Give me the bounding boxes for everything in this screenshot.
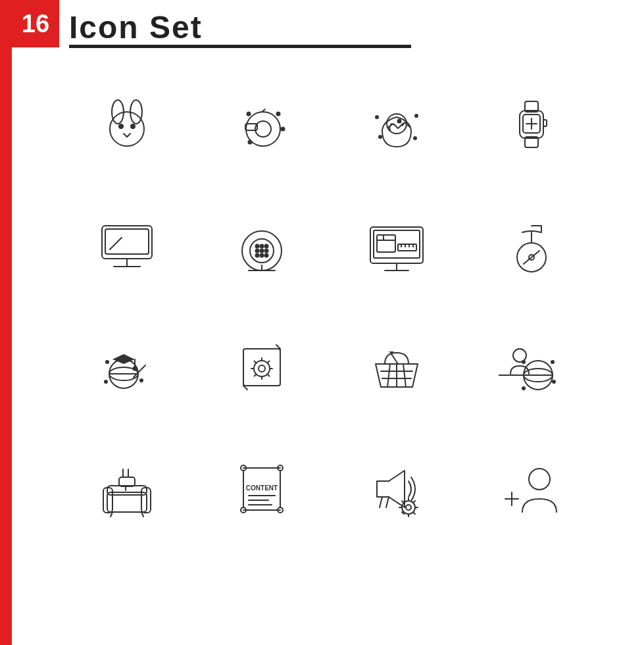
svg-point-16 <box>397 119 401 122</box>
svg-line-62 <box>532 251 539 257</box>
icon-plug-sofa <box>59 428 194 550</box>
svg-rect-50 <box>377 235 395 252</box>
svg-point-14 <box>248 140 251 143</box>
svg-point-74 <box>140 379 143 382</box>
svg-rect-29 <box>105 229 149 254</box>
icon-add-person <box>464 428 599 550</box>
svg-point-35 <box>255 244 259 247</box>
icon-chick <box>329 63 464 184</box>
title-underline <box>69 45 411 48</box>
svg-line-61 <box>524 257 532 264</box>
svg-text:CONTENT: CONTENT <box>245 484 277 492</box>
svg-rect-76 <box>243 349 280 386</box>
svg-point-36 <box>260 244 263 247</box>
svg-line-83 <box>254 361 256 363</box>
svg-point-70 <box>133 367 136 370</box>
icon-unicycle <box>464 184 599 306</box>
svg-point-104 <box>553 380 555 383</box>
svg-point-3 <box>119 124 123 128</box>
svg-point-102 <box>522 361 525 363</box>
svg-rect-27 <box>543 120 547 126</box>
icon-monitor <box>59 184 194 306</box>
icon-whistle <box>194 63 329 184</box>
svg-point-78 <box>259 365 265 372</box>
svg-point-18 <box>415 115 418 117</box>
svg-point-0 <box>110 112 144 146</box>
page-title: Icon Set <box>69 9 203 45</box>
issue-number: 16 <box>12 0 59 47</box>
svg-line-96 <box>391 354 398 364</box>
icon-smartwatch <box>464 63 599 184</box>
svg-point-1 <box>112 100 124 124</box>
icon-circle-dots <box>194 184 329 306</box>
icon-rabbit <box>59 63 194 184</box>
svg-point-38 <box>255 249 259 252</box>
svg-line-94 <box>403 364 406 387</box>
svg-point-41 <box>255 253 259 257</box>
svg-line-128 <box>386 497 389 507</box>
svg-line-137 <box>413 501 415 503</box>
svg-point-19 <box>379 136 382 138</box>
icon-globe-person <box>464 306 599 428</box>
svg-point-39 <box>260 249 263 252</box>
svg-point-13 <box>281 127 284 130</box>
svg-point-11 <box>247 112 250 115</box>
svg-line-127 <box>380 497 382 507</box>
svg-point-12 <box>276 112 280 115</box>
svg-point-130 <box>406 505 411 510</box>
svg-line-136 <box>413 512 415 514</box>
svg-line-86 <box>267 361 269 363</box>
icon-marketing <box>329 428 464 550</box>
svg-line-5 <box>124 134 127 137</box>
svg-line-85 <box>254 374 256 376</box>
svg-point-105 <box>522 387 525 390</box>
icon-content: CONTENT <box>194 428 329 550</box>
svg-point-103 <box>551 361 554 363</box>
svg-rect-114 <box>119 477 135 486</box>
svg-line-6 <box>127 134 130 137</box>
svg-point-139 <box>529 469 550 490</box>
icon-basket <box>329 306 464 428</box>
icon-package-screen <box>329 184 464 306</box>
svg-point-101 <box>513 349 526 362</box>
svg-line-93 <box>387 364 390 387</box>
svg-point-43 <box>264 253 268 257</box>
svg-point-73 <box>106 361 109 363</box>
svg-point-17 <box>376 116 378 118</box>
svg-point-2 <box>130 100 142 124</box>
icons-grid: CONTENT <box>59 63 599 550</box>
svg-line-32 <box>110 238 122 249</box>
icon-settings-arrows <box>194 306 329 428</box>
svg-point-4 <box>131 124 135 128</box>
svg-line-84 <box>267 374 269 376</box>
svg-line-135 <box>402 501 404 503</box>
icon-idea-education <box>59 306 194 428</box>
svg-point-75 <box>105 380 107 383</box>
svg-point-40 <box>264 249 268 252</box>
svg-point-37 <box>264 244 268 247</box>
red-accent-bar <box>0 0 12 645</box>
svg-marker-68 <box>112 354 135 364</box>
svg-point-20 <box>414 137 416 140</box>
svg-point-42 <box>260 253 263 257</box>
